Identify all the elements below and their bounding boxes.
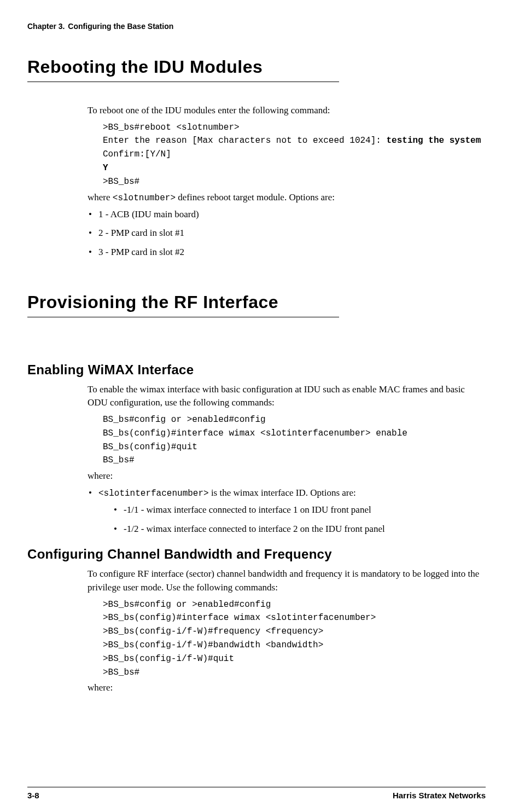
chapter-title: Configuring the Base Station	[68, 22, 173, 31]
list-item: 3 - PMP card in slot #2	[88, 246, 486, 259]
intro-text: To reboot one of the IDU modules enter t…	[88, 104, 486, 118]
inner-bullet-list: -1/1 - wimax interface connected to inte…	[113, 503, 486, 536]
code-line: >BS_bs#reboot <slotnumber>	[103, 123, 240, 132]
code-bold: Y	[103, 163, 108, 173]
subsection-heading-configuring: Configuring Channel Bandwidth and Freque…	[27, 547, 486, 562]
heading-rule	[27, 317, 339, 317]
bullet-code: <slotinterfacenumber>	[98, 489, 209, 498]
where-text: where:	[88, 681, 486, 695]
subsection-heading-enabling: Enabling WiMAX Interface	[27, 362, 486, 378]
code-bold: testing the system	[386, 136, 481, 146]
where-suffix: defines reboot target module. Options ar…	[176, 192, 335, 202]
code-block: >BS_bs#reboot <slotnumber> Enter the rea…	[103, 121, 486, 189]
chapter-number: Chapter 3.	[27, 22, 65, 31]
code-line: BS_bs#	[103, 455, 135, 465]
page-header: Chapter 3. Configuring the Base Station	[27, 22, 486, 31]
where-prefix: where	[88, 192, 113, 202]
section-heading-rebooting: Rebooting the IDU Modules	[27, 57, 486, 77]
company-name: Harris Stratex Networks	[393, 791, 486, 800]
code-line: BS_bs(config)#quit	[103, 442, 197, 452]
list-item: -1/1 - wimax interface connected to inte…	[113, 503, 486, 517]
where-text: where <slotnumber> defines reboot target…	[88, 191, 486, 205]
bullet-rest: is the wimax interface ID. Options are:	[209, 488, 356, 498]
list-item: 1 - ACB (IDU main board)	[88, 208, 486, 222]
code-line: Enter the reason [Max characters not to …	[103, 136, 386, 146]
code-line: >BS_bs#config or >enabled#config	[103, 600, 271, 610]
section1-content: To reboot one of the IDU modules enter t…	[88, 104, 486, 259]
page-footer: 3-8 Harris Stratex Networks	[27, 787, 486, 800]
code-line: BS_bs(config)#interface wimax <slotinter…	[103, 428, 407, 438]
bullet-list: 1 - ACB (IDU main board) 2 - PMP card in…	[88, 208, 486, 259]
code-block: >BS_bs#config or >enabled#config >BS_bs(…	[103, 598, 486, 680]
list-item: -1/2 - wimax interface connected to inte…	[113, 523, 486, 536]
heading-rule	[27, 82, 339, 82]
sub2-content: To configure RF interface (sector) chann…	[88, 567, 486, 695]
section-heading-provisioning: Provisioning the RF Interface	[27, 292, 486, 312]
code-line: BS_bs#config or >enabled#config	[103, 415, 266, 425]
code-line: >BS_bs(config-i/f-W)#frequency <frequenc…	[103, 627, 323, 636]
code-line: >BS_bs(config-i/f-W)#bandwidth <bandwidt…	[103, 640, 323, 650]
intro-text: To enable the wimax interface with basic…	[88, 383, 486, 410]
where-text: where:	[88, 469, 486, 483]
list-item: <slotinterfacenumber> is the wimax inter…	[88, 486, 486, 536]
code-line: >BS_bs(config)#interface wimax <slotinte…	[103, 613, 376, 623]
list-item: 2 - PMP card in slot #1	[88, 227, 486, 240]
code-line: >BS_bs(config-i/f-W)#quit	[103, 654, 234, 664]
code-block: BS_bs#config or >enabled#config BS_bs(co…	[103, 413, 486, 467]
page-number: 3-8	[27, 791, 39, 800]
code-line: >BS_bs#	[103, 177, 139, 187]
code-line: Confirm:[Y/N]	[103, 149, 171, 159]
where-code: <slotnumber>	[113, 193, 176, 203]
intro-text: To configure RF interface (sector) chann…	[88, 567, 486, 594]
code-line: >BS_bs#	[103, 668, 139, 677]
sub1-content: To enable the wimax interface with basic…	[88, 383, 486, 536]
bullet-list: <slotinterfacenumber> is the wimax inter…	[88, 486, 486, 536]
